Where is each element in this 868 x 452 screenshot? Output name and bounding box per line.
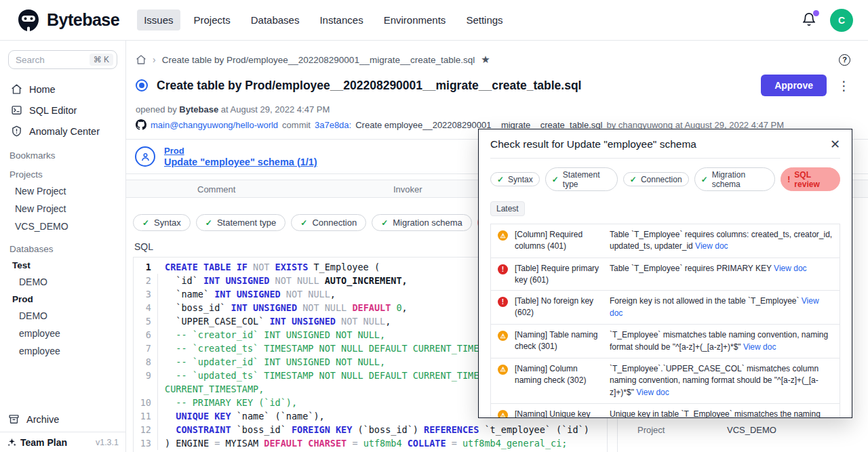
check-pill-sql-review[interactable]: !SQL review <box>781 167 840 191</box>
view-doc-link[interactable]: View doc <box>695 241 728 251</box>
violation-row: ⚠[Naming] Column naming check (302)`T_Em… <box>491 358 840 403</box>
latest-badge: Latest <box>490 201 525 216</box>
nav-settings[interactable]: Settings <box>459 9 509 30</box>
issue-opener: Bytebase <box>179 104 218 115</box>
check-pill-label: Statement type <box>563 170 611 189</box>
check-pill-label: Migration schema <box>712 170 769 189</box>
check-mark-icon: ✓ <box>630 175 637 184</box>
section-projects: Projects <box>9 169 117 180</box>
sidebar-db-item[interactable]: employee <box>8 325 117 342</box>
warning-icon: ⚠ <box>498 230 508 241</box>
check-pill-migration-schema[interactable]: ✓Migration schema <box>694 167 776 191</box>
violation-rule: [Naming] Column naming check (302) <box>515 363 603 398</box>
line-number: 5 <box>134 314 158 328</box>
nav-instances[interactable]: Instances <box>313 9 370 30</box>
line-number: 7 <box>134 342 158 355</box>
sidebar-footer: Team Plan v1.3.1 <box>0 432 125 452</box>
check-mark-icon: ✓ <box>381 218 388 228</box>
check-mark-icon: ✓ <box>552 175 559 184</box>
sidebar-project-item[interactable]: VCS_DEMO <box>8 218 117 235</box>
line-number: 8 <box>134 355 158 369</box>
issue-title: Create table by Prod/employee__202208290… <box>157 79 581 93</box>
check-pill-label: Syntax <box>154 218 181 228</box>
view-doc-link[interactable]: View doc <box>743 342 776 352</box>
check-pill-label: Syntax <box>508 175 533 184</box>
sidebar-db-item[interactable]: employee <box>8 342 117 360</box>
view-doc-link[interactable]: View doc <box>774 264 806 273</box>
violation-row: ![Table] No foreign key (602)Foreign key… <box>491 290 840 324</box>
line-number: 10 <box>134 396 158 409</box>
sidebar-project-item[interactable]: New Project <box>8 200 117 218</box>
top-nav: Issues Projects Databases Instances Envi… <box>137 9 509 30</box>
line-number <box>134 382 158 396</box>
nav-environments[interactable]: Environments <box>377 9 453 30</box>
nav-issues[interactable]: Issues <box>137 9 180 30</box>
breadcrumb-title[interactable]: Create table by Prod/employee__202208290… <box>162 55 475 65</box>
column-comment: Comment <box>197 184 235 194</box>
violation-description: Table `T_Employee` requires PRIMARY KEY … <box>610 263 834 286</box>
vcs-branch-link[interactable]: main@changyuwong/hello-world <box>151 120 278 130</box>
check-pill-migration-schema[interactable]: ✓Migration schema <box>372 214 472 231</box>
check-pill-connection[interactable]: ✓Connection <box>291 214 366 231</box>
error-icon: ! <box>498 264 508 274</box>
sidebar-item-sql-editor[interactable]: SQL Editor <box>8 100 117 121</box>
violation-description: Unique key in table `T_Employee` mismatc… <box>610 409 834 418</box>
nav-databases[interactable]: Databases <box>244 9 307 30</box>
approve-button[interactable]: Approve <box>761 75 827 96</box>
sidebar-db-item[interactable]: DEMO <box>8 307 117 325</box>
close-icon[interactable]: ✕ <box>830 138 840 150</box>
violation-description: Table `T_Employee` requires columns: cre… <box>610 229 834 253</box>
sql-code-line: 13) ENGINE = MYISAM DEFAULT CHARSET = ut… <box>134 436 607 450</box>
section-bookmarks: Bookmarks <box>9 150 117 161</box>
check-pill-label: Connection <box>312 218 357 228</box>
sidebar-item-label: SQL Editor <box>29 105 77 116</box>
line-number: 9 <box>134 369 158 382</box>
home-icon <box>11 83 22 95</box>
version-label: v1.3.1 <box>96 438 119 447</box>
violation-row: ⚠[Naming] Table naming check (301)`T_Emp… <box>491 324 840 358</box>
search-box[interactable]: ⌘ K <box>8 50 117 69</box>
check-pill-syntax[interactable]: ✓Syntax <box>490 172 540 186</box>
error-mark-icon: ! <box>787 175 790 184</box>
notifications-bell-icon[interactable] <box>802 12 818 28</box>
meta-project-value[interactable]: VCS_DEMO <box>727 425 776 435</box>
view-doc-link[interactable]: View doc <box>636 388 669 397</box>
issue-status-icon <box>136 79 148 91</box>
home-breadcrumb-icon[interactable] <box>136 54 146 65</box>
stage-task-link[interactable]: Update "employee" schema (1/1) <box>164 157 317 167</box>
breadcrumb: › Create table by Prod/employee__2022082… <box>126 41 868 66</box>
sidebar-item-label: Anomaly Center <box>29 126 100 137</box>
help-icon[interactable]: ? <box>839 54 850 66</box>
sidebar-item-home[interactable]: Home <box>8 79 117 100</box>
vcs-commit-label: commit <box>282 120 311 130</box>
violation-rule: [Table] Require primary key (601) <box>515 263 603 286</box>
check-pill-statement-type[interactable]: ✓Statement type <box>196 214 286 231</box>
plan-label: Team Plan <box>20 437 67 448</box>
plan-badge[interactable]: Team Plan <box>7 437 67 448</box>
check-pill-label: SQL review <box>794 170 833 189</box>
stage-env-link[interactable]: Prod <box>164 146 317 156</box>
line-number: 4 <box>134 301 158 314</box>
check-pill-connection[interactable]: ✓Connection <box>623 172 689 186</box>
sidebar-item-anomaly-center[interactable]: Anomaly Center <box>8 121 117 142</box>
check-pill-statement-type[interactable]: ✓Statement type <box>545 167 618 191</box>
sql-code-line: 12 CONSTRAINT `boss_id` FOREIGN KEY (`bo… <box>134 423 607 436</box>
vcs-commit-line: main@changyuwong/hello-world commit 3a7e… <box>126 115 868 130</box>
star-icon[interactable]: ★ <box>481 54 490 66</box>
nav-projects[interactable]: Projects <box>187 9 237 30</box>
vcs-commit-link[interactable]: 3a7e8da: <box>315 120 351 130</box>
search-input[interactable] <box>16 55 83 65</box>
line-number: 6 <box>134 328 158 342</box>
avatar[interactable]: C <box>830 9 853 32</box>
view-doc-link[interactable]: View doc <box>610 296 819 317</box>
sparkles-icon <box>7 437 17 447</box>
warning-icon: ⚠ <box>498 410 508 418</box>
sidebar-db-item[interactable]: DEMO <box>8 273 117 291</box>
bytebase-logo[interactable]: Bytebase <box>16 8 119 33</box>
more-actions-icon[interactable]: ⋮ <box>837 79 850 92</box>
line-number: 1 <box>134 260 158 274</box>
check-pill-syntax[interactable]: ✓Syntax <box>133 214 191 231</box>
column-invoker: Invoker <box>393 184 422 194</box>
sidebar-project-item[interactable]: New Project <box>8 182 117 200</box>
sidebar-item-archive[interactable]: Archive <box>8 413 59 425</box>
